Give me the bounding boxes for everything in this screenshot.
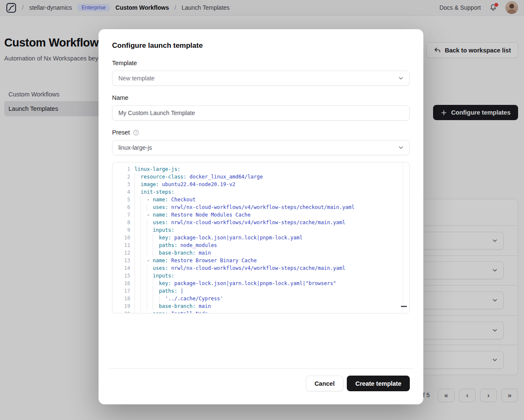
code-text: linux-large-js: xyxy=(134,165,409,173)
code-token: paths: xyxy=(159,288,177,294)
indent-guide xyxy=(140,310,141,313)
code-line: 11 paths: node_modules xyxy=(112,242,409,249)
code-text: uses: nrwl/nx-cloud-workflows/v4/workflo… xyxy=(134,219,409,226)
line-number: 1 xyxy=(112,165,130,173)
indent-guide xyxy=(134,211,135,219)
indent-guide xyxy=(134,287,135,295)
indent-guide xyxy=(140,264,141,272)
code-token: Install Node xyxy=(168,311,208,313)
code-token: init-steps: xyxy=(140,189,174,195)
indent-guide xyxy=(140,280,141,287)
indent-guide xyxy=(153,249,153,257)
name-input[interactable]: My Custom Launch Template xyxy=(112,105,410,121)
indent-guide xyxy=(134,181,135,188)
line-number: 6 xyxy=(112,203,130,211)
yaml-code-editor[interactable]: 1linux-large-js:2 resource-class: docker… xyxy=(112,162,410,313)
code-text: key: package-lock.json|yarn.lock|pnpm-lo… xyxy=(134,234,409,242)
chevron-down-icon xyxy=(398,144,404,151)
indent-guide xyxy=(159,295,159,302)
line-number: 7 xyxy=(112,211,130,219)
indent-guide xyxy=(140,196,141,203)
code-token: inputs: xyxy=(153,273,174,279)
code-token: paths: xyxy=(159,242,177,248)
line-number: 2 xyxy=(112,173,130,181)
indent-guide xyxy=(147,264,147,272)
code-line: 5 - name: Checkout xyxy=(112,196,409,203)
code-line: 1linux-large-js: xyxy=(112,165,409,173)
template-select[interactable]: New template xyxy=(112,71,410,86)
help-circle-icon[interactable]: ? xyxy=(133,129,139,136)
code-indent xyxy=(134,181,140,187)
indent-guide xyxy=(147,219,147,226)
indent-guide xyxy=(147,280,147,287)
code-token: base-branch: xyxy=(159,303,196,309)
code-token: uses: xyxy=(153,265,168,271)
indent-guide xyxy=(134,219,135,226)
code-token: '../.cache/Cypress' xyxy=(165,296,223,302)
template-select-value: New template xyxy=(118,75,155,82)
indent-guide xyxy=(153,287,153,295)
code-text: inputs: xyxy=(134,272,409,280)
line-number: 18 xyxy=(112,295,130,302)
indent-guide xyxy=(153,242,153,249)
indent-guide xyxy=(134,295,135,302)
indent-guide xyxy=(140,295,141,302)
code-line: 8 uses: nrwl/nx-cloud-workflows/v4/workf… xyxy=(112,219,409,226)
indent-guide xyxy=(134,234,135,242)
line-number: 19 xyxy=(112,302,130,310)
code-line: 4 init-steps: xyxy=(112,188,409,196)
code-token: uses: xyxy=(153,220,168,225)
indent-guide xyxy=(140,257,141,264)
preset-label-text: Preset xyxy=(112,129,130,136)
code-token: docker_linux_amd64/large xyxy=(187,174,263,180)
indent-guide xyxy=(147,287,147,295)
code-token: uses: xyxy=(153,204,168,210)
indent-guide xyxy=(134,302,135,310)
indent-guide xyxy=(134,203,135,211)
code-indent xyxy=(134,273,153,279)
code-line: 9 inputs: xyxy=(112,226,409,234)
code-token: key: xyxy=(159,280,171,286)
line-number: 17 xyxy=(112,287,130,295)
code-token: linux-large-js: xyxy=(134,166,180,172)
code-token: name: xyxy=(153,212,168,218)
indent-guide xyxy=(140,272,141,280)
indent-guide xyxy=(134,264,135,272)
create-template-button[interactable]: Create template xyxy=(347,376,410,391)
configure-launch-template-modal: Configure launch template Template New t… xyxy=(99,29,423,404)
code-token: image: xyxy=(140,181,159,187)
indent-guide xyxy=(140,302,141,310)
code-line: 18 '../.cache/Cypress' xyxy=(112,295,409,302)
indent-guide xyxy=(140,219,141,226)
code-token: key: xyxy=(159,235,171,241)
indent-guide xyxy=(140,242,141,249)
code-text: image: ubuntu22.04-node20.19-v2 xyxy=(134,181,409,188)
code-line: 20 - name: Install Node xyxy=(112,310,409,313)
indent-guide xyxy=(153,295,153,302)
line-number: 4 xyxy=(112,188,130,196)
line-number: 3 xyxy=(112,181,130,188)
code-line: 10 key: package-lock.json|yarn.lock|pnpm… xyxy=(112,234,409,242)
code-token: inputs: xyxy=(153,227,174,233)
preset-select[interactable]: linux-large-js xyxy=(112,140,410,155)
editor-resize-handle[interactable] xyxy=(401,306,407,307)
code-indent xyxy=(134,189,140,195)
indent-guide xyxy=(134,173,135,181)
code-text: - name: Install Node xyxy=(134,310,409,313)
name-field-label: Name xyxy=(112,94,410,102)
indent-guide xyxy=(153,234,153,242)
preset-select-value: linux-large-js xyxy=(118,144,152,151)
code-text: base-branch: main xyxy=(134,302,409,310)
name-input-value: My Custom Launch Template xyxy=(118,110,195,116)
code-token: main xyxy=(196,303,211,309)
indent-guide xyxy=(140,211,141,219)
code-token: main xyxy=(196,250,211,256)
code-text: resource-class: docker_linux_amd64/large xyxy=(134,173,409,181)
cancel-button[interactable]: Cancel xyxy=(306,376,344,391)
code-text: uses: nrwl/nx-cloud-workflows/v4/workflo… xyxy=(134,203,409,211)
code-line: 3 image: ubuntu22.04-node20.19-v2 xyxy=(112,181,409,188)
code-text: - name: Checkout xyxy=(134,196,409,203)
indent-guide xyxy=(140,287,141,295)
code-line: 7 - name: Restore Node Modules Cache xyxy=(112,211,409,219)
code-text: init-steps: xyxy=(134,188,409,196)
